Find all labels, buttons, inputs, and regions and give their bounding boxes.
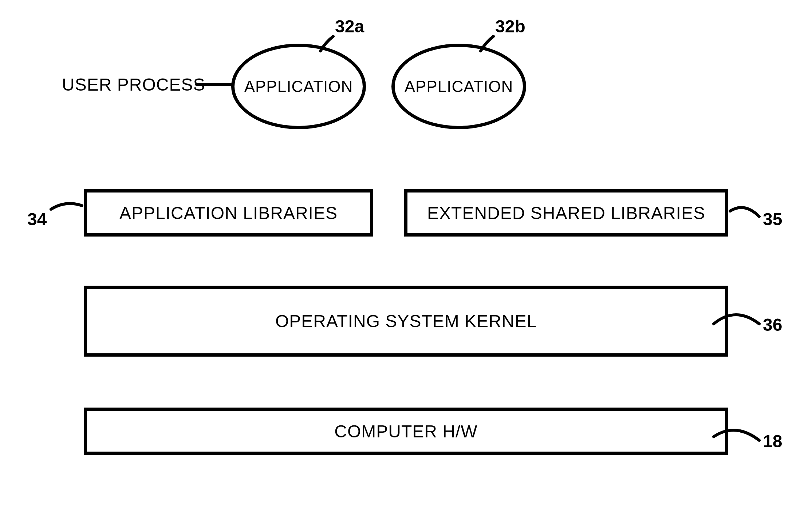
diagram-stage: USER PROCESS APPLICATION 32a APPLICATION…: [0, 0, 812, 512]
ref-18-lead: [0, 0, 812, 512]
